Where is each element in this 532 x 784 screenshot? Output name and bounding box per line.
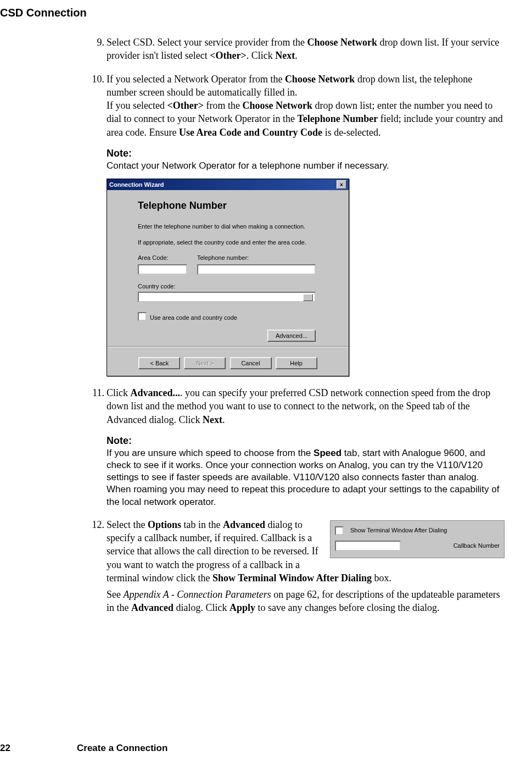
callback-number-field[interactable] [335,541,401,551]
step-text-continued: See Appendix A - Connection Parameters o… [107,588,505,615]
area-code-label: Area Code: [138,254,187,262]
dialog-title: Connection Wizard [109,181,164,189]
advanced-button[interactable]: Advanced... [267,330,316,342]
section-title: CSD Connection [0,7,527,19]
step-text-continued: If you selected <Other> from the Choose … [107,99,505,139]
page-footer: 22Create a Connection [0,743,167,754]
options-fragment: Show Terminal Window After Dialing Callb… [330,520,505,558]
use-area-code-checkbox-row[interactable]: Use area code and country code [138,312,316,322]
help-button[interactable]: Help [276,357,317,369]
checkbox-icon[interactable] [138,312,147,321]
divider [107,346,349,347]
dialog-instruction-2: If appropriate, select the country code … [138,238,316,247]
step-text: If you selected a Network Operator from … [107,74,472,98]
cancel-button[interactable]: Cancel [230,357,272,369]
step-11: 11. Click Advanced.... you can specify y… [89,386,505,508]
step-marker: 12. [89,518,104,531]
next-button[interactable]: Next > [184,357,226,369]
step-10: 10. If you selected a Network Operator f… [89,73,505,376]
back-button[interactable]: < Back [138,357,180,369]
chapter-title: Create a Connection [77,743,167,753]
note-body: Contact your Network Operator for a tele… [107,160,505,172]
country-code-label: Country code: [138,282,316,291]
show-terminal-label: Show Terminal Window After Dialing [347,526,500,535]
connection-wizard-dialog: Connection Wizard × Telephone Number Ent… [107,179,349,376]
step-marker: 9. [89,36,104,49]
telephone-number-field[interactable] [197,264,316,275]
area-code-field[interactable] [138,264,187,275]
titlebar: Connection Wizard × [107,179,349,190]
step-marker: 11. [89,386,104,399]
step-text: Select CSD. Select your service provider… [107,37,499,61]
note-label: Note: [107,147,505,160]
use-area-code-label: Use area code and country code [150,314,237,321]
note-label: Note: [107,434,505,447]
checkbox-icon[interactable] [335,526,344,535]
step-12: 12. Show Terminal Window After Dialing C… [89,518,505,615]
close-icon[interactable]: × [337,180,346,189]
callback-number-row: Callback Number [335,541,500,551]
dialog-instruction-1: Enter the telephone number to dial when … [138,223,316,231]
step-9: 9. Select CSD. Select your service provi… [89,36,505,63]
step-text: Click Advanced.... you can specify your … [107,387,490,425]
note-body: If you are unsure which speed to choose … [107,447,505,508]
telephone-number-label: Telephone number: [197,254,316,262]
page-number: 22 [0,743,77,754]
dialog-heading: Telephone Number [138,199,316,212]
step-marker: 10. [89,73,104,86]
show-terminal-row[interactable]: Show Terminal Window After Dialing [335,526,500,535]
country-code-select[interactable] [138,292,316,302]
callback-number-label: Callback Number [401,542,500,550]
